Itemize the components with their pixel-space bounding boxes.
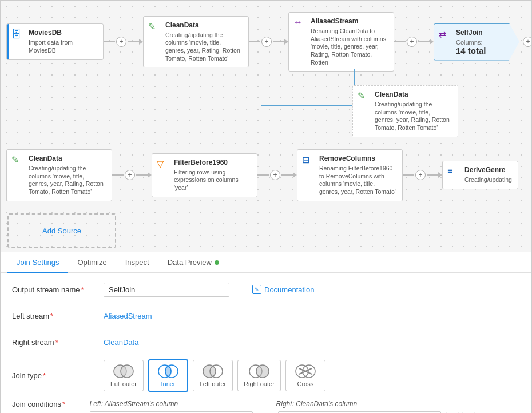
output-stream-row: Output stream name* ✎ Documentation	[12, 280, 520, 299]
required-star-2: *	[50, 312, 53, 320]
canvas-area: 🗄 MoviesDB Import data from MoviesDB + ✎	[1, 1, 531, 252]
node-cleandata3-title: CleanData	[29, 154, 106, 162]
node-cleandata3[interactable]: ✎ CleanData Creating/updating the column…	[6, 149, 112, 201]
selfjoin-icon: ⇄	[439, 29, 446, 39]
required-star-4: *	[43, 371, 46, 380]
output-stream-label: Output stream name*	[12, 285, 104, 294]
right-stream-value[interactable]: CleanData	[104, 338, 138, 347]
node-derivegenre-desc: Creating/updating	[464, 176, 512, 184]
join-btn-right-outer[interactable]: Right outer	[237, 360, 281, 391]
node-derivegenre[interactable]: ≡ DeriveGenre Creating/updating	[442, 161, 518, 189]
documentation-link[interactable]: ✎ Documentation	[252, 285, 314, 294]
svg-point-8	[256, 365, 269, 378]
db-icon: 🗄	[11, 29, 22, 40]
connector-1: +	[104, 37, 143, 47]
plus-btn-r3-3[interactable]: +	[415, 170, 426, 180]
node-removecolumns[interactable]: ⊟ RemoveColumns Renaming FilterBefore196…	[297, 149, 403, 201]
node-cleandata-branch-title: CleanData	[375, 90, 452, 98]
full-outer-icon	[113, 364, 134, 379]
node-cleandata-branch[interactable]: ✎ CleanData Creating/updating the column…	[352, 85, 458, 137]
plus-btn-r3-1[interactable]: +	[125, 170, 135, 180]
left-column-header: Left: AliasedStream's column	[90, 400, 250, 408]
right-stream-row: Right stream* CleanData	[12, 333, 520, 351]
join-conditions-label: Join conditions*	[12, 400, 90, 408]
right-outer-icon	[248, 364, 270, 379]
node-filterbefore1960-desc: Filtering rows using expressions on colu…	[174, 169, 251, 192]
node-cleandata3-desc: Creating/updating the columns 'movie, ti…	[29, 165, 106, 196]
node-selfjoin[interactable]: ⇄ SelfJoin Columns: 14 total	[434, 23, 519, 61]
cross-icon	[295, 364, 316, 379]
pipeline-row-1: 🗄 MoviesDB Import data from MoviesDB + ✎	[6, 12, 531, 72]
node-aliasedstream[interactable]: ↔ AliasedStream Renaming CleanData to Al…	[288, 12, 394, 72]
pipeline-row-3: ✎ CleanData Creating/updating the column…	[6, 149, 518, 201]
tab-optimize[interactable]: Optimize	[68, 252, 116, 273]
node-removecolumns-title: RemoveColumns	[319, 154, 396, 162]
node-moviesdb[interactable]: 🗄 MoviesDB Import data from MoviesDB	[6, 23, 104, 59]
node-moviesdb-title: MoviesDB	[29, 29, 97, 37]
left-stream-label: Left stream*	[12, 312, 104, 320]
clean-icon-1: ✎	[148, 22, 156, 31]
right-stream-label: Right stream*	[12, 338, 104, 347]
node-cleandata1[interactable]: ✎ CleanData Creating/updating the column…	[143, 16, 249, 68]
selfjoin-columns-label: Columns:	[456, 39, 503, 46]
node-derivegenre-title: DeriveGenre	[464, 166, 512, 174]
add-source-box[interactable]: Add Source	[7, 213, 116, 248]
node-filterbefore1960[interactable]: ▽ FilterBefore1960 Filtering rows using …	[152, 153, 257, 197]
connector-3: +	[394, 37, 434, 47]
node-aliasedstream-title: AliasedStream	[311, 17, 388, 25]
node-removecolumns-desc: Renaming FilterBefore1960 to RemoveColum…	[319, 165, 396, 196]
connector-r3-1: +	[112, 170, 152, 180]
doc-icon: ✎	[252, 285, 261, 294]
add-source-label: Add Source	[42, 227, 81, 235]
join-btn-left-outer[interactable]: Left outer	[193, 360, 233, 391]
right-column-header: Right: CleanData's column	[276, 400, 436, 408]
join-type-row: Join type* Full outer	[12, 359, 520, 392]
bottom-panel: Join Settings Optimize Inspect Data Prev…	[1, 252, 531, 413]
node-cleandata1-title: CleanData	[165, 21, 243, 29]
svg-point-1	[121, 365, 133, 378]
svg-point-4	[165, 366, 172, 378]
filter-icon: ▽	[157, 159, 164, 169]
derive-icon: ≡	[447, 166, 452, 176]
join-type-group: Full outer Inner	[104, 359, 325, 392]
connector-r3-2: +	[257, 170, 297, 180]
connector-r3-3: +	[403, 170, 442, 180]
join-btn-full-outer[interactable]: Full outer	[104, 360, 144, 391]
left-stream-value[interactable]: AliasedStream	[104, 312, 152, 320]
node-aliasedstream-desc: Renaming CleanData to AliasedStream with…	[311, 27, 388, 66]
plus-btn-4[interactable]: +	[523, 37, 531, 47]
pipeline-row-branch: ✎ CleanData Creating/updating the column…	[261, 85, 458, 137]
plus-btn-r3-2[interactable]: +	[270, 170, 280, 180]
join-type-label: Join type*	[12, 371, 104, 380]
plus-btn-3[interactable]: +	[407, 37, 417, 47]
tab-inspect[interactable]: Inspect	[116, 252, 158, 273]
required-star-5: *	[62, 400, 65, 408]
node-cleandata-branch-desc: Creating/updating the columns 'movie, ti…	[375, 101, 452, 132]
svg-point-5	[203, 365, 216, 378]
left-outer-icon	[202, 364, 224, 379]
tab-data-preview[interactable]: Data Preview	[158, 252, 228, 273]
node-moviesdb-desc: Import data from MoviesDB	[29, 39, 97, 54]
node-filterbefore1960-title: FilterBefore1960	[174, 158, 251, 166]
clean-icon-3: ✎	[11, 155, 19, 165]
clean-icon-branch: ✎	[358, 91, 365, 101]
node-cleandata1-desc: Creating/updating the columns 'movie, ti…	[165, 31, 243, 63]
selfjoin-columns-count: 14 total	[456, 46, 503, 55]
join-btn-inner[interactable]: Inner	[148, 359, 188, 392]
left-stream-row: Left stream* AliasedStream	[12, 307, 520, 325]
inner-icon	[157, 364, 179, 379]
remove-icon: ⊟	[302, 155, 309, 165]
required-star-1: *	[81, 285, 84, 294]
connector-2: +	[249, 37, 288, 47]
data-preview-dot	[215, 260, 219, 265]
plus-btn-1[interactable]: +	[116, 37, 126, 47]
tabs-bar: Join Settings Optimize Inspect Data Prev…	[1, 252, 531, 273]
output-stream-input[interactable]	[104, 283, 229, 297]
required-star-3: *	[55, 338, 58, 347]
tab-join-settings[interactable]: Join Settings	[7, 252, 68, 273]
node-selfjoin-title: SelfJoin	[456, 29, 503, 37]
plus-btn-2[interactable]: +	[261, 37, 272, 47]
join-conditions-section: Join conditions* Left: AliasedStream's c…	[12, 400, 520, 413]
join-conditions-row: Join conditions* Left: AliasedStream's c…	[12, 400, 520, 413]
join-btn-cross[interactable]: Cross	[285, 360, 325, 391]
